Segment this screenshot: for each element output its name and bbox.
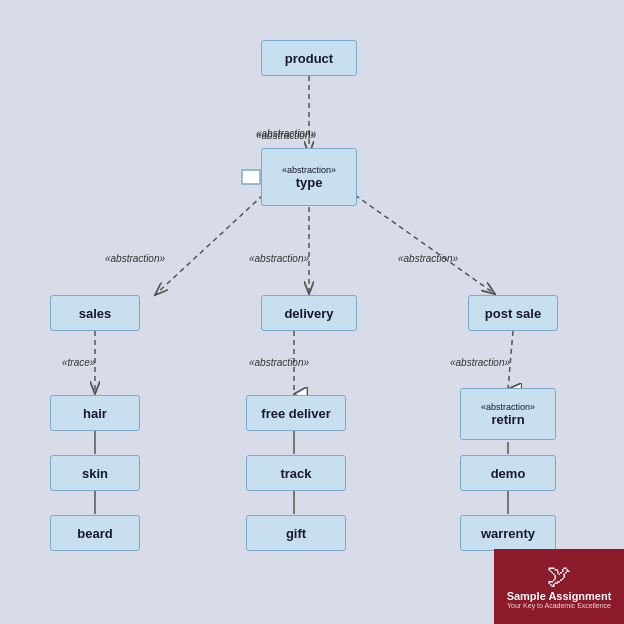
demo-node: demo bbox=[460, 455, 556, 491]
watermark: 🕊 Sample Assignment Your Key to Academic… bbox=[494, 549, 624, 624]
sales-node: sales bbox=[50, 295, 140, 331]
watermark-title: Sample Assignment bbox=[507, 590, 612, 602]
product-node: product bbox=[261, 40, 357, 76]
track-node: track bbox=[246, 455, 346, 491]
beard-node: beard bbox=[50, 515, 140, 551]
skin-node: skin bbox=[50, 455, 140, 491]
hair-node: hair bbox=[50, 395, 140, 431]
warrenty-node: warrenty bbox=[460, 515, 556, 551]
abstraction-mid-label: «abstraction» bbox=[249, 253, 309, 264]
free-deliver-node: free deliver bbox=[246, 395, 346, 431]
abstraction-retirn-label: «abstraction» bbox=[450, 357, 510, 368]
trace-label: «trace» bbox=[62, 357, 95, 368]
gift-node: gift bbox=[246, 515, 346, 551]
abstraction-left-label: «abstraction» bbox=[105, 253, 165, 264]
delivery-node: delivery bbox=[261, 295, 357, 331]
abstraction-top-label: «abstraction» bbox=[256, 130, 316, 141]
retirn-node: «abstraction» retirn bbox=[460, 388, 556, 440]
abstraction-free-label: «abstraction» bbox=[249, 357, 309, 368]
abstraction-right-label: «abstraction» bbox=[398, 253, 458, 264]
watermark-subtitle: Your Key to Academic Excellence bbox=[507, 602, 611, 609]
type-node: «abstraction» type bbox=[261, 148, 357, 206]
post-sale-node: post sale bbox=[468, 295, 558, 331]
watermark-bird: 🕊 bbox=[547, 564, 571, 588]
